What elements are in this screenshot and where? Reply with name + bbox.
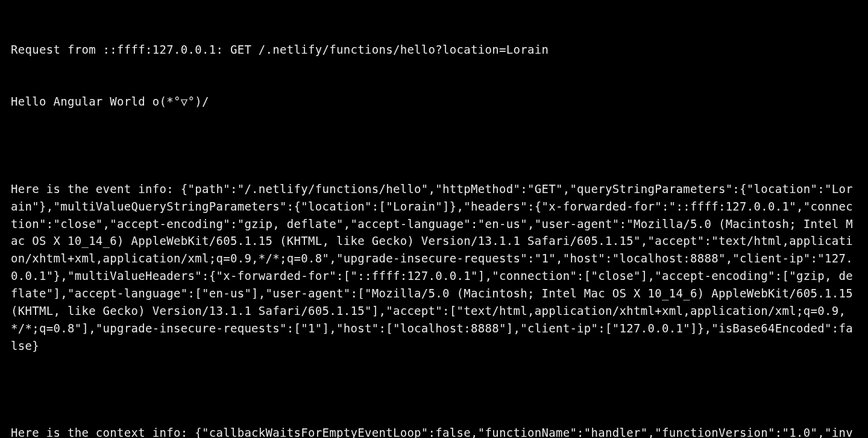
terminal-output[interactable]: Request from ::ffff:127.0.0.1: GET /.net… [11, 6, 857, 438]
request-line: Request from ::ffff:127.0.0.1: GET /.net… [11, 41, 857, 59]
context-info-block: Here is the context info: {"callbackWait… [11, 424, 857, 438]
hello-line: Hello Angular World o(*°▽°)/ [11, 93, 857, 110]
event-info-block: Here is the event info: {"path":"/.netli… [11, 180, 857, 355]
